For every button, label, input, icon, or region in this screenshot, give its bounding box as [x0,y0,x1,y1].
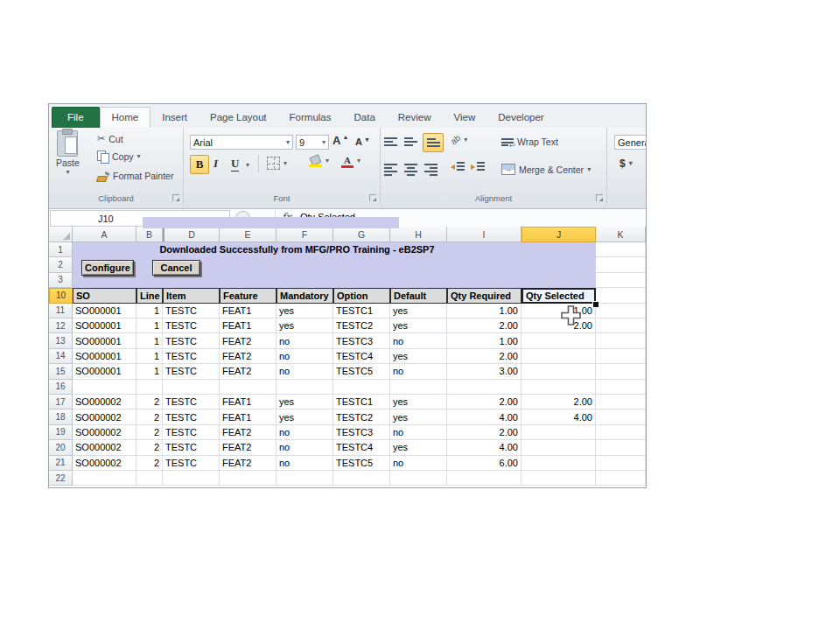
cell[interactable] [596,273,646,288]
wrap-text-button[interactable]: ↩ Wrap Text [501,136,558,147]
cell[interactable] [596,456,646,471]
cell[interactable] [596,471,646,486]
cell[interactable]: TESTC [163,318,220,333]
cell[interactable]: yes [390,349,447,364]
cell[interactable]: 2 [136,425,163,440]
cell[interactable] [136,471,163,486]
increase-indent-button[interactable] [471,162,485,172]
cell[interactable]: TESTC [163,410,220,424]
cell[interactable]: SO000001 [73,333,136,348]
cell[interactable] [447,380,522,395]
cut-button[interactable]: ✂ Cut [97,133,123,144]
cell[interactable] [276,471,333,486]
header-cell-default[interactable]: Default [390,288,447,303]
column-header-B[interactable]: B [136,227,163,242]
cell[interactable]: 2.00 [522,318,596,333]
cell[interactable]: SO000001 [73,364,136,379]
cell[interactable]: SO000002 [73,425,136,440]
cell[interactable]: yes [276,410,333,424]
cell[interactable]: TESTC [163,364,220,379]
increase-font-button[interactable]: A▲ [332,134,348,147]
column-header-I[interactable]: I [447,227,522,242]
cell[interactable]: 2.00 [447,395,522,410]
cell[interactable]: 1 [136,349,163,364]
cell[interactable]: yes [390,395,447,410]
cell[interactable] [596,333,646,348]
cell[interactable] [596,380,646,395]
cell[interactable]: 1.00 [447,304,522,318]
cell[interactable]: FEAT1 [220,304,276,318]
cell[interactable]: yes [390,410,447,424]
cell[interactable] [522,425,596,440]
cell[interactable]: TESTC [163,304,220,318]
cell[interactable] [596,440,646,455]
cell[interactable]: 1 [136,318,163,333]
tab-developer[interactable]: Developer [486,108,555,128]
cell[interactable] [596,410,646,424]
align-middle-button[interactable] [404,136,417,148]
cell[interactable]: TESTC5 [333,364,390,379]
cell[interactable] [596,395,646,410]
tab-file[interactable]: File [52,107,100,128]
cell[interactable] [163,471,220,486]
cell[interactable]: TESTC1 [333,395,390,410]
cell[interactable] [447,471,522,486]
cell[interactable]: yes [276,304,333,318]
cell[interactable]: TESTC5 [333,456,390,471]
format-painter-button[interactable]: Format Painter [97,171,173,181]
cell[interactable]: 4.00 [447,440,522,455]
cell[interactable] [522,364,596,379]
cell[interactable] [73,380,136,395]
underline-button[interactable]: U [231,157,239,172]
tab-insert[interactable]: Insert [150,108,199,128]
cell[interactable] [596,349,646,364]
tab-formulas[interactable]: Formulas [278,108,343,128]
cell[interactable]: 4.00 [447,410,522,424]
font-color-button[interactable]: A▾ [341,155,360,167]
cell[interactable]: TESTC3 [333,333,390,348]
cell[interactable]: SO000001 [73,318,136,333]
cell[interactable]: FEAT1 [220,318,276,333]
cell[interactable]: TESTC2 [333,318,390,333]
tab-home[interactable]: Home [100,107,151,129]
row-header-2[interactable]: 2 [49,257,73,272]
cell[interactable]: no [390,364,447,379]
cell[interactable]: SO000002 [73,456,136,471]
row-header-17[interactable]: 17 [49,395,73,410]
italic-button[interactable]: I [214,157,218,171]
cell[interactable]: SO000002 [73,410,136,424]
orientation-dropdown-icon[interactable]: ▾ [464,136,467,144]
column-header-K[interactable]: K [596,227,646,242]
cell[interactable]: 4.00 [522,410,596,424]
font-dialog-launcher-icon[interactable] [369,194,376,201]
cell[interactable] [390,471,447,486]
header-cell-so[interactable]: SO [73,288,136,303]
number-format-select[interactable]: General [614,135,646,150]
borders-dropdown-icon[interactable]: ▾ [284,160,287,167]
underline-dropdown-icon[interactable]: ▾ [246,162,249,169]
cell[interactable]: TESTC [163,395,220,410]
cell[interactable]: no [276,364,333,379]
cell[interactable]: no [276,425,333,440]
tab-page-layout[interactable]: Page Layout [199,108,278,128]
merge-center-dropdown-icon[interactable]: ▾ [587,166,591,173]
copy-button[interactable]: Copy ▾ [97,150,141,162]
cell[interactable]: no [390,456,447,471]
cell[interactable] [596,425,646,440]
header-cell-mandatory[interactable]: Mandatory [276,288,333,303]
cell[interactable]: no [390,333,447,348]
header-cell-item[interactable]: Item [163,288,220,303]
cell[interactable]: TESTC [163,440,220,455]
fill-color-button[interactable]: ▾ [309,155,329,167]
cell[interactable] [596,364,646,379]
row-header-1[interactable]: 1 [49,242,73,257]
cell[interactable]: TESTC [163,333,220,348]
row-header-19[interactable]: 19 [49,425,73,440]
cell[interactable]: TESTC [163,456,220,471]
cell[interactable]: 1 [136,304,163,318]
fill-handle[interactable] [592,301,599,308]
cell[interactable] [596,242,646,257]
cell[interactable]: SO000001 [73,304,136,318]
borders-button[interactable]: ▾ [267,157,287,170]
font-color-dropdown-icon[interactable]: ▾ [357,158,360,164]
